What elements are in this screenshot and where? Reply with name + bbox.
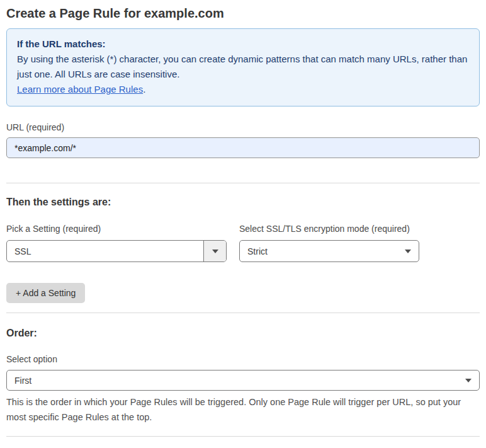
pick-setting-label: Pick a Setting (required) [6,222,227,235]
order-help-text: This is the order in which your Page Rul… [6,394,480,425]
pick-setting-value: SSL [7,246,203,256]
order-select[interactable]: First [6,370,480,391]
chevron-down-icon [465,379,479,382]
settings-row: Pick a Setting (required) SSL Select SSL… [6,222,480,262]
chevron-down-icon [405,250,419,253]
divider [6,313,480,313]
url-field-label: URL (required) [6,121,480,134]
divider [6,436,480,437]
url-match-info-box: If the URL matches: By using the asteris… [6,28,480,106]
ssl-mode-label: Select SSL/TLS encryption mode (required… [239,222,419,235]
info-box-heading: If the URL matches: [17,37,469,52]
link-period: . [143,84,145,95]
order-select-value: First [7,376,465,386]
ssl-mode-value: Strict [240,246,405,256]
chevron-down-icon [203,241,226,261]
info-box-body: By using the asterisk (*) character, you… [17,52,469,82]
ssl-mode-field: Select SSL/TLS encryption mode (required… [239,222,419,262]
ssl-mode-select[interactable]: Strict [239,240,419,262]
order-select-label: Select option [6,353,480,365]
create-page-rule-form: Create a Page Rule for example.com If th… [0,4,486,448]
order-section-heading: Order: [6,326,480,340]
pick-setting-field: Pick a Setting (required) SSL [6,222,227,262]
info-box-link-line: Learn more about Page Rules. [17,82,469,97]
pick-setting-select[interactable]: SSL [6,240,227,262]
url-input[interactable] [6,137,480,158]
learn-more-link[interactable]: Learn more about Page Rules [17,84,143,95]
add-setting-button[interactable]: + Add a Setting [6,283,85,303]
settings-section-heading: Then the settings are: [6,195,480,209]
page-title: Create a Page Rule for example.com [6,4,480,22]
divider [6,183,480,183]
